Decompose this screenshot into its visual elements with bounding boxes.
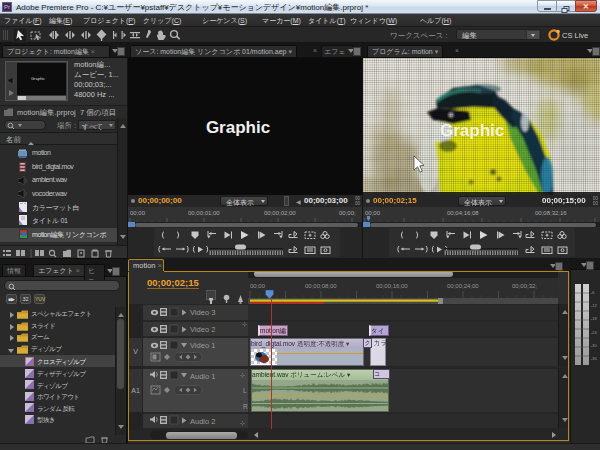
svg-text:⊹: ⊹ [242, 321, 247, 327]
svg-text:L: L [243, 387, 247, 394]
svg-text:00;00: 00;00 [365, 210, 381, 216]
svg-text:00;04;16;08: 00;04;16;08 [447, 210, 479, 216]
svg-text:⊹: ⊹ [240, 420, 245, 426]
svg-text:Video 2: Video 2 [190, 325, 215, 334]
svg-text:Audio 2: Audio 2 [190, 417, 215, 426]
svg-text:00;00;01;00: 00;00;01;00 [188, 210, 220, 216]
svg-text:Video 3: Video 3 [190, 308, 215, 317]
svg-text:00;00: 00;00 [130, 210, 146, 216]
svg-text:00;00;08;00: 00;00;08;00 [305, 283, 337, 289]
svg-text:⊹: ⊹ [240, 372, 245, 378]
svg-text:00;00;: 00;00; [339, 210, 356, 216]
svg-text:00;00;32;: 00;00;32; [512, 283, 537, 289]
svg-text:00;08;32;16: 00;08;32;16 [535, 210, 567, 216]
svg-text:Audio 1: Audio 1 [190, 372, 215, 381]
svg-text:00;00: 00;00 [250, 283, 266, 289]
svg-text:00;00;24;00: 00;00;24;00 [447, 283, 479, 289]
svg-text:R: R [243, 403, 248, 410]
svg-text:00;00;16;00: 00;00;16;00 [376, 283, 408, 289]
svg-text:Video 1: Video 1 [190, 341, 215, 350]
svg-text:Graphic: Graphic [440, 121, 504, 140]
svg-text:00;00;02;00: 00;00;02;00 [264, 210, 296, 216]
